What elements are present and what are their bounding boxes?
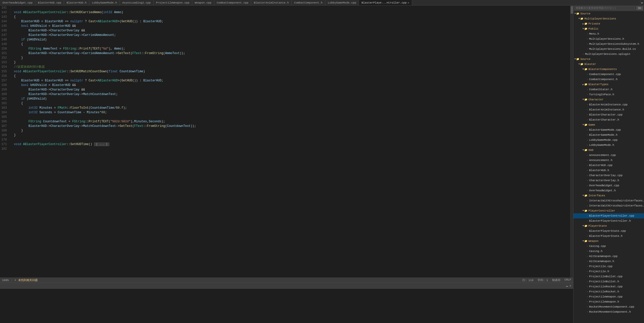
close-tab-icon[interactable]: ✕ [407,1,409,4]
tab-blasteraniminstance-h[interactable]: BlasterAnimInstance.h [251,0,292,6]
tree-file-combatcomponent-h[interactable]: · CombatComponent.h [573,77,644,82]
tree-file-projectileweapon-cpp[interactable]: · ProjectileWeapon.cpp [573,294,644,299]
tree-file-blasterplayerstate-h[interactable]: · BlasterPlayerState.h [573,234,644,239]
expand-arrow-icon: ▼ [583,225,584,227]
tab-weapon[interactable]: Weapon.cpp [192,0,214,6]
tree-file-blastergamemode-h[interactable]: · BlasterGameMode.h [573,132,644,137]
tab-overheadwidget[interactable]: OverheadWidget.cpp [0,0,35,6]
code-container[interactable]: 141 142 143 144 145 146 147 148 149 150 … [0,6,573,278]
tree-file-blasteraniminstance-h[interactable]: · BlasterAnimInstance.h [573,107,644,112]
tab-asyncloading[interactable]: AsyncLoading2.cpp [120,0,154,6]
tree-file-lobbygamemode-cpp[interactable]: · LobbyGameMode.cpp [573,137,644,143]
tree-file-projectilebullet-h[interactable]: · ProjectileBullet.h [573,279,644,284]
tree-file-projectile-cpp[interactable]: · Projectile.cpp [573,264,644,269]
tree-file-casing-cpp[interactable]: · Casing.cpp [573,244,644,249]
tab-lobbygamemode-h[interactable]: LobbyGameMode.h [89,0,120,6]
tree-file-turninginpace[interactable]: · TurningInPace.h [573,92,644,97]
close-panel-icon[interactable]: ✕ [569,284,571,287]
tree-file-rocketmovementcomponent-cpp[interactable]: · RocketMovementComponent.cpp [573,304,644,309]
code-line-144: BlasterHUD = BlasterHUD == nullptr ? Cas… [13,19,570,24]
tree-file-blastercharacter-h[interactable]: · BlasterCharacter.h [573,117,644,122]
tree-file-interact-cpp[interactable]: · InteractWithCrosshairsInterfaces.cpp [573,198,644,203]
tree-folder-blaster[interactable]: ▼ 📁 Blaster [573,62,644,67]
sidebar-search-input[interactable] [574,6,635,10]
tree-file-announcement-h[interactable]: · Announcement.h [573,158,644,163]
tree-file-overheadwidget-cpp[interactable]: · OverheadWidget.cpp [573,183,644,188]
scroll-right-icon[interactable]: ▶ [641,1,643,4]
tree-file-interact-h[interactable]: · InteractWithCrosshairsInterfaces.h [573,203,644,208]
tree-file-blasterplayerstate-cpp[interactable]: · BlasterPlayerState.cpp [573,228,644,234]
tree-file-blasterplayercontroller-cpp[interactable]: · BlasterPlayerController.cpp [573,213,644,218]
tree-folder-source2[interactable]: ▼ 📁 Source [573,57,644,62]
tree-file-lobbygamemode-h[interactable]: · LobbyGameMode.h [573,143,644,148]
vertical-scrollbar[interactable] [570,6,573,278]
tree-file-overheadwidget-h[interactable]: · OverheadWidget.h [573,188,644,193]
tree-file-projectile-h[interactable]: · Projectile.h [573,269,644,274]
tree-file-blastergamemode-cpp[interactable]: · BlasterGameMode.cpp [573,127,644,132]
tree-folder-multipayersessions[interactable]: ▼ 📁 MultiplayerSessions [573,16,644,21]
tab-blasterhud-cpp[interactable]: BlasterHUD.cpp [35,0,64,6]
tab-combatcomponent-h[interactable]: CombatComponent.h [292,0,325,6]
file-icon: · [587,215,588,217]
tree-folder-blastertypes[interactable]: ▶ 📁 BlasterTypes [573,82,644,87]
tree-folder-weapon[interactable]: ▼ 📁 Weapon [573,239,644,244]
tree-file-build-cs[interactable]: · MultiplayerSessions.Build.cs [573,47,644,52]
file-icon: · [587,78,588,81]
tree-folder-playerstate[interactable]: ▼ 📁 PlayerState [573,223,644,228]
tree-file-combatstater[interactable]: · CombatStater.h [573,87,644,92]
file-icon: · [587,295,588,298]
tree-file-multipayersessions-h[interactable]: · MultiplayerSessions.h [573,36,644,41]
tree-file-projectileweapon-h[interactable]: · ProjectileWeapon.h [573,299,644,304]
tree-file-characteroverlay-h[interactable]: · CharacterOverlay.h [573,178,644,183]
tab-blasterhud-h[interactable]: BlasterHUD.h [64,0,89,6]
tree-folder-source1[interactable]: ▼ 📁 Source [573,11,644,16]
tab-combatcomponent-cpp[interactable]: CombatComponent.cpp [214,0,251,6]
tree-file-uplugin[interactable]: · MultiplayerSessions.uplugin [573,52,644,57]
file-icon: · [587,134,588,136]
expand-arrow-icon: ▼ [583,240,584,242]
tree-folder-hud[interactable]: ▼ 📁 HUD [573,148,644,153]
tree-file-combatcomponent-cpp[interactable]: · CombatComponent.cpp [573,72,644,77]
bottom-panel: 🗕 ✕ [0,283,573,323]
tree-file-rocketmovementcomponent-h[interactable]: · RocketMovementComponent.h [573,309,644,314]
tree-file-blasterplayercontroller-h[interactable]: · BlasterPlayerController.h [573,218,644,223]
tree-file-hitscanweapon-h[interactable]: · HitScanWeapon.h [573,259,644,264]
file-icon: · [587,33,588,35]
folder-icon: 📁 [584,209,587,212]
tree-folder-blastercomponents[interactable]: ▼ 📁 BlasterComponents [573,67,644,72]
tree-folder-game[interactable]: ▼ 📁 Game [573,122,644,127]
tree-folder-character[interactable]: ▼ 📁 Character [573,97,644,102]
search-status[interactable]: 未找到相关问题 [18,278,38,282]
tab-lobbygamemode-cpp[interactable]: LobbyGameMode.cpp [325,0,359,6]
tree-file-projectilerocket-h[interactable]: · ProjectileRocket.h [573,289,644,294]
code-line-150: FString AmmoText = FString::Printf(TEXT(… [13,47,570,51]
tree-file-hitscanweapon-cpp[interactable]: · HitScanWeapon.cpp [573,254,644,259]
tree-file-casing-h[interactable]: · Casing.h [573,249,644,254]
file-icon: · [587,119,588,121]
tree-file-blastercharacter-cpp[interactable]: · BlasterCharacter.cpp [573,112,644,117]
code-line-170 [13,137,570,142]
tree-folder-interfaces[interactable]: ▼ 📁 Interfaces [573,193,644,198]
tree-file-menu-h[interactable]: · Menu.h [573,31,644,36]
tree-file-blasterhud-h[interactable]: · BlasterHUD.h [573,168,644,173]
tree-folder-public[interactable]: ▼ 📁 Public [573,26,644,31]
file-icon: · [587,113,588,116]
tree-file-announcement-cpp[interactable]: · Announcement.cpp [573,153,644,158]
expand-arrow-icon: ▼ [578,63,580,65]
minimize-panel-icon[interactable]: 🗕 [566,284,568,287]
file-tree[interactable]: ▼ 📁 Source ▼ 📁 MultiplayerSessions ▶ 📁 P… [573,11,644,323]
tree-file-mss-h[interactable]: · MultiplayerSessionsSubsystem.h [573,41,644,47]
tree-file-blasteraniminstance-cpp[interactable]: · BlasterAnimInstance.cpp [573,102,644,107]
file-icon: · [587,285,588,288]
expand-arrow-icon: ▼ [583,124,584,126]
tree-folder-private[interactable]: ▶ 📁 Private [573,21,644,26]
tab-blasterplayercontroller[interactable]: BlasterPlaye...ntroller.cpp ✕ [359,0,412,6]
tree-folder-playercontroller[interactable]: ▼ 📁 PlayerController [573,208,644,213]
tree-file-projectilebullet-cpp[interactable]: · ProjectileBullet.cpp [573,274,644,279]
tree-file-projectilerocket-cpp[interactable]: · ProjectileRocket.cpp [573,284,644,289]
go-button[interactable]: Go [636,6,643,10]
tree-file-characteroverlay-cpp[interactable]: · CharacterOverlay.cpp [573,173,644,178]
bottom-panel-content [0,289,573,323]
tree-file-blasterhud-cpp[interactable]: · BlasterHUD.cpp [573,163,644,168]
tab-projectileweapon[interactable]: ProjectileWeapon.cpp [154,0,192,6]
